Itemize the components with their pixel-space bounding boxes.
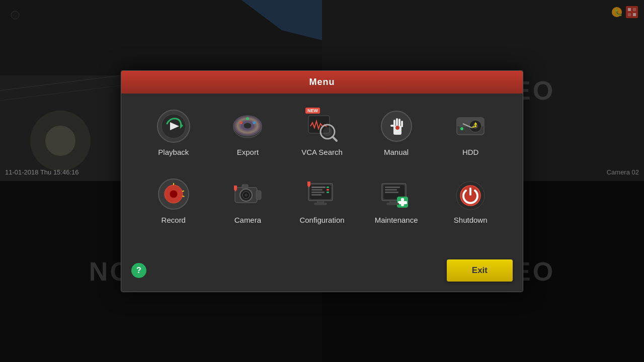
svg-rect-61 xyxy=(311,187,326,188)
svg-point-43 xyxy=(474,125,476,127)
svg-rect-63 xyxy=(311,192,325,193)
svg-point-28 xyxy=(323,127,332,136)
svg-point-24 xyxy=(253,121,256,124)
svg-rect-78 xyxy=(398,201,407,204)
hdd-label: HDD xyxy=(462,148,479,156)
svg-rect-56 xyxy=(242,185,248,189)
svg-rect-68 xyxy=(317,201,324,203)
svg-rect-69 xyxy=(314,203,327,205)
menu-item-camera[interactable]: Camera xyxy=(216,171,280,229)
manual-icon xyxy=(379,109,414,144)
menu-item-playback[interactable]: Playback xyxy=(141,104,206,161)
svg-point-23 xyxy=(239,121,243,124)
svg-rect-75 xyxy=(385,192,398,193)
menu-grid-row1: Playback xyxy=(141,104,503,161)
shutdown-icon xyxy=(453,176,488,212)
vca-icon: NEW xyxy=(304,109,340,144)
configuration-label: Configuration xyxy=(299,216,344,224)
manual-label: Manual xyxy=(384,148,409,156)
svg-rect-67 xyxy=(327,192,329,193)
svg-rect-36 xyxy=(390,125,394,127)
playback-label: Playback xyxy=(158,148,189,156)
svg-line-29 xyxy=(333,137,337,141)
menu-item-maintenance[interactable]: Maintenance xyxy=(364,171,429,229)
menu-item-vca-search[interactable]: NEW VCA Search xyxy=(290,104,354,161)
svg-rect-64 xyxy=(311,194,321,196)
svg-point-22 xyxy=(244,123,252,129)
menu-item-manual[interactable]: Manual xyxy=(364,104,429,161)
svg-rect-57 xyxy=(256,191,261,200)
record-label: Record xyxy=(162,216,186,224)
playback-icon xyxy=(156,109,191,144)
maintenance-icon xyxy=(379,176,414,212)
modal-body: Playback xyxy=(121,94,523,254)
camera-menu-icon xyxy=(230,176,265,212)
modal-overlay: Menu xyxy=(0,0,644,362)
hdd-icon xyxy=(453,109,488,144)
menu-dialog: Menu xyxy=(121,70,523,292)
menu-grid-row2: Record xyxy=(141,171,503,229)
svg-point-45 xyxy=(460,127,463,130)
svg-rect-80 xyxy=(387,203,399,205)
svg-point-55 xyxy=(245,194,248,197)
vca-search-label: VCA Search xyxy=(301,148,343,156)
camera-label-menu: Camera xyxy=(234,216,261,224)
shutdown-label: Shutdown xyxy=(454,216,488,224)
maintenance-label: Maintenance xyxy=(375,216,418,224)
menu-item-hdd[interactable]: HDD xyxy=(438,104,503,161)
svg-point-25 xyxy=(246,117,249,120)
svg-rect-74 xyxy=(385,189,397,191)
export-label: Export xyxy=(237,148,259,156)
record-icon xyxy=(156,176,191,212)
menu-item-export[interactable]: Export xyxy=(216,104,280,161)
help-button[interactable]: ? xyxy=(131,263,146,278)
svg-rect-73 xyxy=(385,187,400,188)
svg-rect-79 xyxy=(390,201,396,203)
modal-footer: ? Exit xyxy=(121,254,523,292)
svg-rect-66 xyxy=(327,189,329,191)
menu-item-shutdown[interactable]: Shutdown xyxy=(438,171,503,229)
exit-button[interactable]: Exit xyxy=(447,259,513,282)
menu-item-record[interactable]: Record xyxy=(141,171,206,229)
svg-point-37 xyxy=(395,126,399,130)
svg-rect-34 xyxy=(398,119,400,127)
menu-item-configuration[interactable]: Configuration xyxy=(290,171,354,229)
modal-title: Menu xyxy=(309,77,335,87)
svg-rect-62 xyxy=(311,189,323,191)
svg-point-48 xyxy=(170,190,178,198)
modal-header: Menu xyxy=(121,71,523,94)
new-badge: NEW xyxy=(305,108,320,114)
help-label: ? xyxy=(136,266,141,275)
export-icon xyxy=(230,109,265,144)
svg-rect-65 xyxy=(327,187,329,188)
svg-rect-33 xyxy=(396,118,398,127)
config-icon xyxy=(304,176,340,212)
svg-rect-35 xyxy=(401,121,403,127)
